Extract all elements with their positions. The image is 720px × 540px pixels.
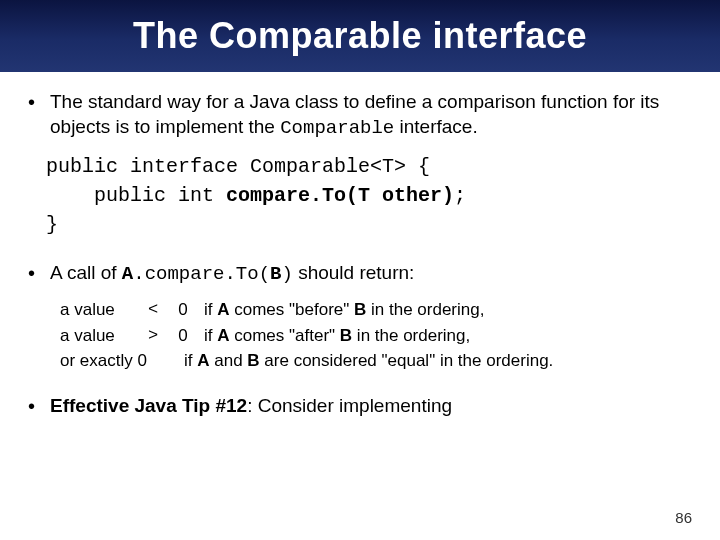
bullet-dot-icon: • <box>28 261 50 287</box>
code-line-2-post: ; <box>454 184 466 207</box>
bullet-dot-icon: • <box>28 394 50 419</box>
bullet-1-post: interface. <box>394 116 477 137</box>
r3-mid: and <box>210 351 248 370</box>
return-rules: a value < 0 if A comes "before" B in the… <box>60 297 696 374</box>
rule2-desc: if A comes "after" B in the ordering, <box>204 323 696 349</box>
r3-A: A <box>197 351 209 370</box>
tip-bold: Effective Java Tip #12 <box>50 395 247 416</box>
r2-B: B <box>340 326 352 345</box>
rule3-c1: or exactly 0 <box>60 348 174 374</box>
code-line-1: public interface Comparable<T> { <box>46 155 430 178</box>
bullet-dot-icon: • <box>28 90 50 140</box>
r2-post: in the ordering, <box>352 326 470 345</box>
bullet-1-text: The standard way for a Java class to def… <box>50 90 696 140</box>
r1-mid: comes "before" <box>230 300 355 319</box>
r1-pre: if <box>204 300 217 319</box>
rule-row-equal: or exactly 0 if A and B are considered "… <box>60 348 696 374</box>
rule1-desc: if A comes "before" B in the ordering, <box>204 297 696 323</box>
r1-post: in the ordering, <box>366 300 484 319</box>
r2-pre: if <box>204 326 217 345</box>
r3-pre: if <box>184 351 197 370</box>
code-block: public interface Comparable<T> { public … <box>46 152 696 239</box>
r1-A: A <box>217 300 229 319</box>
rule2-zero: 0 <box>172 323 194 349</box>
r3-B: B <box>247 351 259 370</box>
r2-mid: comes "after" <box>230 326 340 345</box>
page-number: 86 <box>675 509 692 526</box>
slide-body: • The standard way for a Java class to d… <box>0 72 720 418</box>
bullet-1-code: Comparable <box>280 117 394 139</box>
rule1-op: < <box>144 297 162 323</box>
r1-B: B <box>354 300 366 319</box>
call-A: A <box>122 263 133 285</box>
bullet-3: • Effective Java Tip #12: Consider imple… <box>28 394 696 419</box>
tip-rest: : Consider implementing <box>247 395 452 416</box>
bullet-2: • A call of A.compare.To(B) should retur… <box>28 261 696 287</box>
code-line-2-bold: compare.To(T other) <box>226 184 454 207</box>
r2-A: A <box>217 326 229 345</box>
code-line-2-pre: public int <box>46 184 226 207</box>
page-title: The Comparable interface <box>133 15 587 57</box>
rule3-desc: if A and B are considered "equal" in the… <box>184 348 696 374</box>
bullet-2-text: A call of A.compare.To(B) should return: <box>50 261 696 287</box>
rule2-op: > <box>144 323 162 349</box>
bullet-3-text: Effective Java Tip #12: Consider impleme… <box>50 394 696 419</box>
r3-post: are considered "equal" in the ordering. <box>260 351 554 370</box>
rule-row-before: a value < 0 if A comes "before" B in the… <box>60 297 696 323</box>
rule2-c1: a value <box>60 323 134 349</box>
call-dot: . <box>133 263 144 285</box>
code-line-3: } <box>46 213 58 236</box>
title-band: The Comparable interface <box>0 0 720 72</box>
call-post: should return: <box>293 262 414 283</box>
rule-row-after: a value > 0 if A comes "after" B in the … <box>60 323 696 349</box>
rule1-zero: 0 <box>172 297 194 323</box>
call-B: B <box>270 263 281 285</box>
rule1-c1: a value <box>60 297 134 323</box>
call-method-pre: compare.To( <box>145 263 270 285</box>
call-method-post: ) <box>281 263 292 285</box>
call-pre: A call of <box>50 262 122 283</box>
bullet-1: • The standard way for a Java class to d… <box>28 90 696 140</box>
slide: The Comparable interface • The standard … <box>0 0 720 540</box>
